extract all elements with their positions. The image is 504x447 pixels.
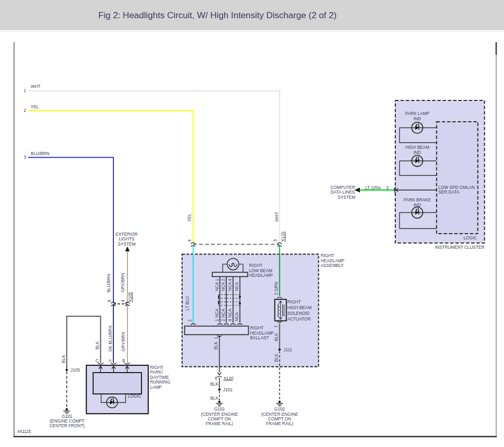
svg-text:RUNNING: RUNNING [150,379,171,385]
svg-text:4 NCA: 4 NCA [227,309,232,322]
svg-text:LOW SPD GMLAN: LOW SPD GMLAN [438,185,475,190]
svg-text:BLK: BLK [95,341,100,349]
svg-text:BLK: BLK [213,341,218,350]
svg-text:2: 2 [187,320,192,322]
svg-text:GRY/BRN: GRY/BRN [121,332,126,352]
svg-text:BLK: BLK [61,354,66,363]
svg-text:GRY/BRN: GRY/BRN [120,273,125,292]
svg-text:IND: IND [413,116,421,121]
svg-text:YEL: YEL [187,213,192,222]
svg-text:SYSTEM: SYSTEM [118,241,135,247]
svg-text:BLU/BRN: BLU/BRN [106,274,111,292]
svg-text:1 NCA: 1 NCA [214,309,219,322]
svg-text:WHT: WHT [31,84,41,89]
svg-text:INSTRUMENT CLUSTER: INSTRUMENT CLUSTER [435,245,484,250]
svg-text:3: 3 [273,239,278,242]
svg-text:FRAME RAIL): FRAME RAIL) [266,421,293,426]
svg-text:PARK LAMP: PARK LAMP [405,111,430,116]
svg-text:HIGH BEAM: HIGH BEAM [288,305,312,310]
svg-text:ASSEMBLY: ASSEMBLY [321,263,344,268]
svg-text:RIGHT: RIGHT [288,299,301,304]
svg-text:CENTER FRONT): CENTER FRONT) [49,423,85,428]
svg-text:LOGIC: LOGIC [463,235,477,240]
svg-text:J102: J102 [223,387,232,392]
svg-text:6: 6 [215,376,217,381]
svg-text:ACTUATOR: ACTUATOR [288,316,311,322]
svg-text:HEADLAMP: HEADLAMP [250,330,274,336]
svg-text:8: 8 [107,300,112,302]
svg-text:HEADLAMP: HEADLAMP [321,258,345,263]
svg-text:2 NCA: 2 NCA [221,309,226,322]
svg-text:NCA: NCA [234,282,239,291]
svg-text:J111: J111 [283,347,292,352]
svg-text:NCA 1: NCA 1 [214,278,219,291]
svg-text:COMPUTER: COMPUTER [330,185,355,190]
svg-text:RIGHT: RIGHT [321,253,334,258]
svg-text:DK BLU/BRN: DK BLU/BRN [108,326,113,352]
svg-text:4: 4 [120,300,125,302]
svg-text:NCA 4: NCA 4 [227,278,232,291]
svg-text:PARK BRAKE: PARK BRAKE [404,197,431,202]
svg-text:FRAME RAIL): FRAME RAIL) [206,421,234,426]
svg-text:RIGHT: RIGHT [249,263,263,268]
svg-text:PARK/: PARK/ [150,369,163,375]
svg-text:DATA LINES: DATA LINES [331,189,355,195]
svg-text:LAMP: LAMP [150,385,162,390]
svg-text:2: 2 [23,108,26,113]
svg-text:1: 1 [23,88,26,93]
svg-text:B: B [122,358,125,363]
svg-text:3: 3 [386,185,389,190]
svg-text:EXTERIOR: EXTERIOR [115,232,137,237]
svg-text:C: C [96,358,99,363]
svg-text:2 GRN: 2 GRN [274,282,279,295]
svg-text:NCA 2: NCA 2 [221,278,226,291]
svg-text:1: 1 [273,325,278,328]
svg-text:WHT: WHT [274,212,279,222]
svg-text:NCA: NCA [234,312,239,322]
svg-text:BLK: BLK [274,333,279,341]
svg-text:Fig 2: Headlights Circuit, W/: Fig 2: Headlights Circuit, W/ High Inten… [98,10,337,20]
svg-text:LT BLU: LT BLU [185,296,190,310]
svg-text:SER DATA: SER DATA [438,189,460,195]
svg-text:BALLAST: BALLAST [250,335,269,340]
svg-text:LIGHTS: LIGHTS [119,236,135,241]
svg-text:J105: J105 [71,367,80,373]
svg-text:IND: IND [413,150,421,155]
svg-text:X120: X120 [224,376,234,381]
svg-text:441115: 441115 [17,429,31,434]
svg-text:3: 3 [23,155,26,160]
svg-text:HIGH BEAM: HIGH BEAM [405,145,430,150]
svg-text:RIGHT: RIGHT [250,325,264,330]
svg-text:A: A [109,358,112,363]
svg-text:SOLENOID: SOLENOID [288,311,310,316]
svg-text:BLU/BRN: BLU/BRN [31,151,49,156]
svg-text:X105: X105 [127,292,133,302]
svg-text:SYSTEM: SYSTEM [338,195,355,200]
svg-text:BLK: BLK [210,381,218,387]
svg-text:X120: X120 [280,232,286,242]
svg-text:LOW BEAM: LOW BEAM [249,268,273,273]
svg-text:DAYTIME: DAYTIME [150,375,170,380]
svg-text:BLK: BLK [210,395,218,401]
svg-text:HEADLAMP: HEADLAMP [249,273,273,278]
svg-text:YEL: YEL [31,104,39,109]
svg-text:RIGHT: RIGHT [150,365,164,370]
svg-text:BLK: BLK [274,353,279,362]
svg-text:4: 4 [187,239,192,242]
svg-text:LOGIC: LOGIC [128,393,141,399]
svg-text:LT GRN: LT GRN [365,185,381,190]
svg-text:1: 1 [213,337,218,339]
